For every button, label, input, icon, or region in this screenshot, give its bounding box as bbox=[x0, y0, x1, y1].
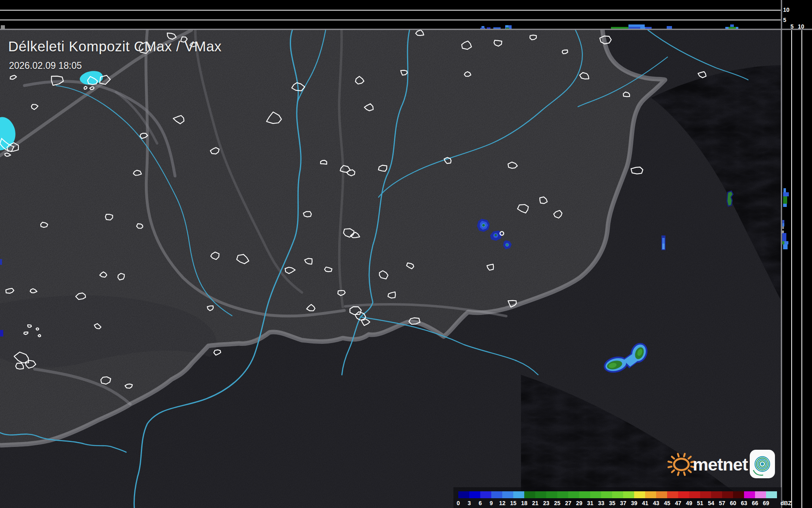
radar-map[interactable]: 105510 036912151821232527293133353739414… bbox=[0, 0, 812, 508]
legend-tick-label: 23 bbox=[543, 500, 549, 506]
radar-echo bbox=[662, 244, 665, 249]
profile-pixel bbox=[783, 192, 789, 196]
legend-swatch bbox=[524, 491, 535, 498]
legend-swatch bbox=[656, 491, 667, 498]
radar-echo bbox=[0, 259, 2, 265]
profile-pixel bbox=[783, 244, 788, 249]
legend-swatch bbox=[689, 491, 700, 498]
legend-swatch bbox=[700, 491, 711, 498]
legend-tick-label: 60 bbox=[730, 500, 736, 506]
legend-swatch bbox=[634, 491, 645, 498]
legend-tick-label: 51 bbox=[697, 500, 703, 506]
corner-marker bbox=[1, 25, 5, 29]
legend-swatch bbox=[711, 491, 722, 498]
legend-tick-label: 21 bbox=[532, 500, 538, 506]
legend-swatch bbox=[766, 491, 777, 498]
legend-swatch bbox=[557, 491, 568, 498]
product-title: Délkeleti Kompozit CMax / VMax bbox=[8, 38, 222, 55]
legend-swatch bbox=[733, 491, 744, 498]
legend-swatch bbox=[755, 491, 766, 498]
legend-tick-label: 33 bbox=[598, 500, 604, 506]
legend-tick-label: 66 bbox=[752, 500, 758, 506]
profile-pixel bbox=[782, 223, 784, 227]
legend-swatch bbox=[601, 491, 612, 498]
legend-swatch bbox=[612, 491, 623, 498]
legend-tick-label: 3 bbox=[468, 500, 471, 506]
profile-pixel bbox=[782, 233, 786, 241]
altitude-axis-label: 10 bbox=[798, 23, 804, 30]
profile-pixel bbox=[784, 241, 788, 244]
legend-swatch bbox=[667, 491, 678, 498]
logo-wordmark: metnet bbox=[693, 455, 748, 474]
legend-swatch bbox=[579, 491, 590, 498]
legend-swatch bbox=[645, 491, 656, 498]
altitude-axis-label: 10 bbox=[783, 7, 790, 13]
top-strip-background bbox=[0, 0, 812, 29]
legend-tick-label: 35 bbox=[609, 500, 615, 506]
radar-echo bbox=[482, 224, 485, 227]
legend-swatch bbox=[480, 491, 491, 498]
profile-pixel bbox=[782, 227, 784, 229]
profile-pixel bbox=[783, 196, 787, 204]
profile-pixel bbox=[782, 241, 784, 244]
profile-pixel bbox=[782, 220, 784, 223]
legend-swatch bbox=[678, 491, 689, 498]
legend-swatch bbox=[513, 491, 524, 498]
legend-tick-label: 57 bbox=[719, 500, 725, 506]
app-spiral-icon bbox=[750, 450, 775, 478]
dbz-legend: 0369121518212325272931333537394143454749… bbox=[453, 487, 792, 508]
legend-unit: dBZ bbox=[780, 500, 792, 506]
legend-tick-label: 27 bbox=[565, 500, 571, 506]
timestamp: 2026.02.09 18:05 bbox=[9, 60, 82, 71]
legend-tick-label: 45 bbox=[664, 500, 670, 506]
legend-swatch bbox=[502, 491, 513, 498]
profile-pixel bbox=[628, 24, 645, 27]
legend-swatch bbox=[722, 491, 733, 498]
radar-composite-app: 105510 036912151821232527293133353739414… bbox=[0, 0, 812, 508]
legend-tick-label: 43 bbox=[653, 500, 659, 506]
legend-swatch bbox=[535, 491, 546, 498]
legend-swatch bbox=[491, 491, 502, 498]
legend-tick-label: 18 bbox=[521, 500, 527, 506]
legend-tick-label: 54 bbox=[708, 500, 714, 506]
legend-swatch bbox=[590, 491, 601, 498]
legend-swatch bbox=[623, 491, 634, 498]
legend-tick-label: 47 bbox=[675, 500, 681, 506]
legend-tick-label: 31 bbox=[587, 500, 593, 506]
radar-echo bbox=[506, 244, 508, 246]
map-layers bbox=[0, 29, 781, 508]
altitude-axis-label: 5 bbox=[790, 23, 794, 30]
vertical-profile-top bbox=[0, 0, 812, 30]
profile-pixel bbox=[482, 26, 484, 28]
altitude-axis-label: 5 bbox=[783, 17, 786, 23]
right-strip-background bbox=[782, 0, 812, 508]
legend-tick-label: 49 bbox=[686, 500, 692, 506]
legend-swatch bbox=[469, 491, 480, 498]
legend-tick-label: 41 bbox=[642, 500, 648, 506]
legend-swatch bbox=[744, 491, 755, 498]
legend-tick-label: 39 bbox=[631, 500, 637, 506]
legend-tick-label: 37 bbox=[620, 500, 626, 506]
legend-tick-label: 12 bbox=[499, 500, 506, 506]
legend-tick-label: 25 bbox=[554, 500, 560, 506]
legend-tick-label: 29 bbox=[576, 500, 582, 506]
legend-tick-label: 69 bbox=[763, 500, 769, 506]
legend-tick-label: 63 bbox=[741, 500, 747, 506]
legend-tick-label: 9 bbox=[490, 500, 493, 506]
legend-tick-label: 15 bbox=[510, 500, 517, 506]
radar-echo bbox=[495, 234, 497, 236]
profile-pixel bbox=[730, 24, 734, 27]
profile-pixel bbox=[784, 188, 786, 192]
radar-echo bbox=[0, 330, 3, 336]
metnet-logo: metnet bbox=[663, 448, 781, 481]
legend-swatch bbox=[546, 491, 557, 498]
profile-pixel bbox=[783, 204, 787, 207]
profile-pixel bbox=[506, 25, 508, 27]
legend-swatch bbox=[458, 491, 469, 498]
legend-tick-label: 6 bbox=[479, 500, 482, 506]
sun-icon bbox=[668, 454, 694, 475]
legend-tick-label: 0 bbox=[457, 500, 460, 506]
legend-swatch bbox=[568, 491, 579, 498]
